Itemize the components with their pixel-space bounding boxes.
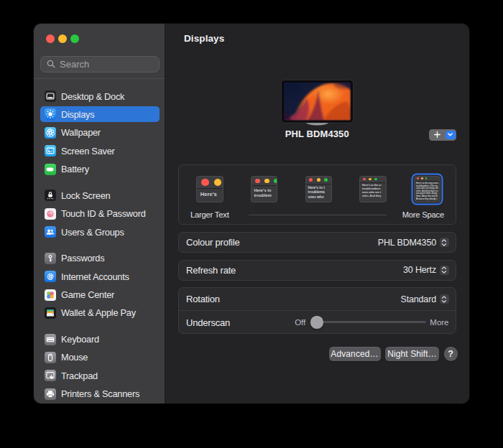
colour-profile-row: Colour profile PHL BDM4350	[178, 232, 456, 253]
help-button[interactable]: ?	[444, 347, 458, 361]
screen-saver-icon	[45, 145, 56, 157]
thumb-preview-text: Here's to the crtroublemakers.ones who s…	[360, 183, 386, 198]
battery-icon	[45, 164, 56, 175]
sidebar-item-label: Wallet & Apple Pay	[61, 307, 136, 318]
content-pane: Displays	[165, 24, 470, 403]
thumb-titlebar	[251, 177, 277, 187]
thumb-yellow-dot	[421, 177, 423, 179]
sidebar-item-label: Desktop & Dock	[61, 91, 124, 102]
sidebar-item-game-center[interactable]: Game Center	[40, 287, 160, 303]
sidebar-item-users-groups[interactable]: Users & Groups	[40, 224, 160, 240]
display-preview	[281, 80, 354, 126]
thumb-yellow-dot	[214, 179, 222, 187]
mouse-icon	[45, 352, 56, 363]
underscan-min-label: Off	[295, 318, 305, 327]
underscan-row: Underscan Off More	[179, 311, 456, 334]
thumb-red-dot	[309, 178, 313, 182]
thumb-green-dot	[274, 179, 277, 183]
sidebar-item-label: Wallpaper	[61, 127, 101, 138]
underscan-label: Underscan	[186, 317, 230, 328]
slider-track	[310, 321, 426, 323]
sidebar-item-label: Trackpad	[61, 370, 98, 381]
scale-option-3[interactable]: Here's to ttroublemaones who	[305, 176, 333, 202]
lock-screen-icon	[45, 190, 56, 201]
sidebar-item-label: Printers & Scanners	[61, 388, 139, 399]
thumb-red-dot	[417, 177, 419, 179]
scale-selector-group: Here's Here's totroublem Here's to ttrou…	[178, 164, 456, 225]
refresh-rate-select[interactable]	[440, 266, 449, 275]
sidebar-item-label: Displays	[61, 109, 94, 120]
slider-knob[interactable]	[310, 316, 323, 329]
larger-text-label: Larger Text	[190, 210, 229, 219]
sidebar-item-passwords[interactable]: Passwords	[40, 251, 160, 266]
sidebar-item-desktop-dock[interactable]: Desktop & Dock	[40, 88, 160, 104]
sidebar-item-label: Passwords	[61, 253, 104, 263]
printers-icon	[45, 388, 56, 400]
thumb-preview-text: Here's to the crazy onestroublemakers. T…	[415, 182, 440, 201]
sidebar-item-label: Screen Saver	[61, 146, 115, 157]
rotation-label: Rotation	[186, 294, 220, 304]
refresh-rate-row: Refresh rate 30 Hertz	[178, 260, 456, 281]
rotation-select[interactable]	[440, 294, 449, 304]
close-button[interactable]	[46, 34, 55, 43]
refresh-rate-label: Refresh rate	[186, 265, 236, 276]
touch-id-icon	[45, 208, 56, 220]
search-icon	[47, 60, 55, 68]
colour-profile-select[interactable]	[440, 238, 449, 247]
night-shift-button[interactable]: Night Shift…	[385, 347, 439, 361]
add-display-button[interactable]	[429, 129, 457, 141]
underscan-slider[interactable]	[310, 316, 426, 329]
sidebar-item-lock-screen[interactable]: Lock Screen	[40, 187, 160, 203]
sidebar-item-printers[interactable]: Printers & Scanners	[40, 386, 160, 402]
wallet-icon	[45, 307, 56, 319]
keyboard-icon	[45, 334, 56, 345]
system-settings-window: Search Desktop & Dock	[34, 24, 469, 403]
chevron-down-icon[interactable]	[446, 131, 456, 139]
underscan-max-label: More	[430, 318, 448, 327]
zoom-button[interactable]	[70, 34, 79, 43]
sidebar-item-wallpaper[interactable]: Wallpaper	[40, 125, 160, 141]
advanced-button[interactable]: Advanced…	[329, 347, 381, 361]
sidebar-item-keyboard[interactable]: Keyboard	[40, 332, 160, 347]
users-groups-icon	[45, 226, 56, 238]
sidebar-item-screen-saver[interactable]: Screen Saver	[40, 143, 160, 159]
thumb-yellow-dot	[369, 178, 372, 181]
scale-option-more-space[interactable]: Here's to the crazy onestroublemakers. T…	[414, 176, 441, 202]
scale-option-larger-text[interactable]: Here's	[196, 176, 223, 202]
plus-icon	[429, 129, 446, 141]
scale-option-4[interactable]: Here's to the crtroublemakers.ones who s…	[359, 176, 387, 202]
displays-icon	[45, 108, 56, 120]
thumb-titlebar	[306, 177, 332, 185]
passwords-icon	[45, 253, 56, 264]
thumb-titlebar	[360, 177, 386, 183]
thumb-yellow-dot	[317, 178, 320, 182]
sidebar-item-mouse[interactable]: Mouse	[40, 350, 160, 365]
sidebar-item-displays[interactable]: Displays	[40, 106, 160, 122]
sidebar-item-touch-id[interactable]: Touch ID & Password	[40, 206, 160, 222]
page-title: Displays	[184, 33, 224, 44]
wallpaper-icon	[45, 127, 56, 139]
sidebar-item-internet-accounts[interactable]: @ Internet Accounts	[40, 269, 160, 284]
thumb-yellow-dot	[264, 179, 269, 183]
internet-accounts-icon: @	[45, 271, 56, 282]
sidebar-item-label: Keyboard	[61, 334, 99, 345]
search-input[interactable]: Search	[40, 56, 160, 73]
thumb-red-dot	[363, 178, 366, 181]
rotation-row: Rotation Standard	[179, 288, 456, 310]
svg-text:@: @	[47, 273, 54, 281]
sidebar-item-label: Battery	[61, 164, 89, 174]
sidebar-item-battery[interactable]: Battery	[40, 162, 160, 177]
minimize-button[interactable]	[58, 34, 67, 43]
colour-profile-value: PHL BDM4350	[378, 238, 436, 248]
scale-option-2[interactable]: Here's totroublem	[251, 176, 278, 202]
desktop-dock-icon	[45, 90, 56, 102]
sidebar-item-trackpad[interactable]: Trackpad	[40, 368, 160, 383]
rotation-value: Standard	[400, 294, 436, 304]
thumb-preview-text: Here's totroublem	[251, 186, 277, 198]
window-controls	[46, 34, 80, 43]
thumb-red-dot	[201, 179, 209, 187]
sidebar-item-wallet[interactable]: Wallet & Apple Pay	[40, 305, 160, 321]
thumb-green-dot	[374, 178, 377, 181]
sidebar: Search Desktop & Dock	[34, 24, 165, 403]
sidebar-item-label: Lock Screen	[61, 190, 110, 201]
